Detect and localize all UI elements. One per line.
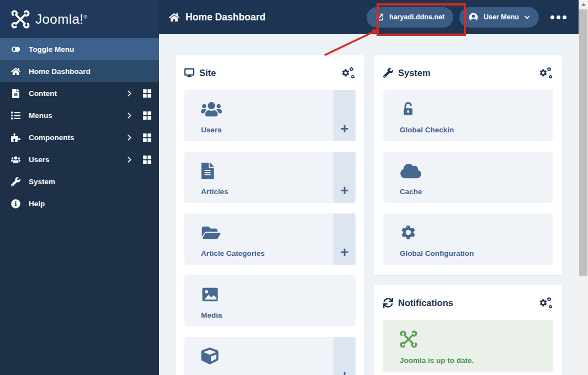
file-icon — [9, 89, 22, 98]
registered-mark: ® — [84, 14, 88, 20]
sidebar-item-system[interactable]: System — [0, 170, 159, 192]
topbar-actions: haryadi.ddns.net User Menu — [367, 7, 570, 28]
users-icon — [9, 155, 22, 164]
topbar: Home Dashboard haryadi.ddns.net User Men… — [159, 0, 579, 34]
sidebar-item-label: Help — [29, 200, 151, 208]
panel-title: Site — [199, 68, 341, 78]
sidebar-item-help[interactable]: Help — [0, 192, 159, 215]
add-users-button[interactable]: + — [333, 90, 356, 141]
grid-icon[interactable] — [143, 133, 151, 142]
grid-icon[interactable] — [143, 89, 151, 98]
quickicon-label: Articles — [201, 188, 333, 196]
vertical-scrollbar[interactable] — [579, 0, 588, 375]
quickicon-global-configuration[interactable]: Global Configuration — [383, 213, 553, 265]
sidebar: Joomla!® Toggle Menu Home Dashboard Cont… — [0, 0, 159, 375]
list-icon — [9, 111, 22, 120]
scrollbar-thumb[interactable] — [579, 9, 587, 276]
status-body: Joomla is up to date. — [383, 320, 553, 372]
page-title: Home Dashboard — [169, 12, 266, 23]
sidebar-item-users[interactable]: Users — [0, 148, 159, 170]
sidebar-item-label: Users — [29, 156, 126, 164]
system-panel: System Global Checkin Cache Global Confi… — [374, 55, 562, 275]
notifications-panel: Notifications Joomla is up to date. — [374, 285, 562, 375]
plus-icon: + — [341, 184, 349, 197]
ellipsis-icon[interactable] — [550, 15, 566, 19]
quickicon-cache[interactable]: Cache — [383, 152, 553, 203]
wrench-icon — [383, 68, 393, 78]
home-icon — [169, 12, 179, 23]
cogs-icon[interactable] — [539, 67, 553, 79]
panel-title: Notifications — [398, 298, 539, 308]
site-preview-link[interactable]: haryadi.ddns.net — [367, 7, 453, 28]
quickicon-label: Global Checkin — [400, 126, 553, 134]
puzzle-icon — [9, 133, 22, 142]
quickicon-label: Cache — [400, 188, 553, 196]
add-button[interactable]: + — [333, 337, 356, 375]
sidebar-item-components[interactable]: Components — [0, 126, 159, 148]
user-circle-icon — [468, 12, 479, 23]
panel-title: System — [398, 68, 539, 78]
quickicon-media[interactable]: Media — [184, 275, 356, 326]
joomla-update-status[interactable]: Joomla is up to date. — [383, 320, 553, 372]
sidebar-item-label: System — [29, 178, 151, 186]
chevron-right-icon — [126, 134, 133, 141]
sidebar-item-label: Content — [29, 89, 126, 98]
sidebar-item-label: Home Dashboard — [29, 67, 151, 76]
sidebar-item-label: Menus — [29, 111, 126, 120]
quickicon-articles[interactable]: Articles + — [184, 152, 356, 203]
chevron-right-icon — [126, 156, 133, 163]
notifications-panel-header: Notifications — [374, 285, 562, 320]
cube-icon — [201, 347, 333, 365]
home-icon — [9, 67, 22, 76]
quickicon-body: Articles — [184, 152, 333, 203]
joomla-wordmark: Joomla!® — [35, 12, 88, 27]
plus-icon: + — [341, 245, 349, 259]
quickicon-body: Users — [184, 90, 333, 141]
quickicon-label: Article Categories — [201, 249, 333, 258]
sync-icon — [383, 298, 393, 308]
sidebar-item-label: Toggle Menu — [29, 45, 151, 53]
external-link-icon — [375, 13, 384, 22]
monitor-icon — [184, 68, 194, 78]
quickicon-body: Global Checkin — [383, 90, 553, 141]
quickicon-body: Cache — [383, 152, 553, 203]
image-icon — [201, 286, 356, 303]
quickicon-users[interactable]: Users + — [184, 90, 356, 141]
joomla-icon — [400, 330, 553, 347]
plus-icon: + — [341, 369, 349, 375]
sidebar-item-content[interactable]: Content — [0, 82, 159, 104]
add-category-button[interactable]: + — [333, 213, 356, 265]
unlock-icon — [400, 100, 553, 117]
plus-icon: + — [341, 122, 349, 136]
sidebar-menu: Toggle Menu Home Dashboard Content Menus… — [0, 38, 159, 215]
quickicon-label: Users — [201, 126, 333, 134]
info-circle-icon — [9, 199, 22, 208]
user-menu-button[interactable]: User Menu — [459, 7, 539, 28]
add-article-button[interactable]: + — [333, 152, 356, 203]
quickicon-body: Article Categories — [184, 213, 333, 265]
users-icon — [201, 100, 333, 117]
quickicon-global-checkin[interactable]: Global Checkin — [383, 90, 553, 141]
joomla-icon — [11, 10, 30, 29]
sidebar-item-toggle-menu[interactable]: Toggle Menu — [0, 38, 159, 60]
folder-open-icon — [201, 224, 333, 241]
quickicon-article-categories[interactable]: Article Categories + — [184, 213, 356, 265]
cogs-icon[interactable] — [341, 67, 356, 79]
quickicon-label: Global Configuration — [400, 249, 553, 258]
scroll-up-button[interactable] — [579, 0, 588, 9]
cogs-icon[interactable] — [539, 297, 553, 309]
file-icon — [201, 162, 333, 179]
site-panel: Site Users + Articles + Article Categori… — [176, 55, 364, 375]
chevron-down-icon — [524, 14, 530, 20]
sidebar-item-home-dashboard[interactable]: Home Dashboard — [0, 60, 159, 82]
chevron-right-icon — [126, 90, 133, 97]
toggle-icon — [9, 45, 22, 54]
chevron-right-icon — [126, 112, 133, 119]
quickicon-modules[interactable]: + — [184, 337, 356, 375]
sidebar-item-menus[interactable]: Menus — [0, 104, 159, 126]
grid-icon[interactable] — [143, 111, 151, 120]
quickicon-body: Media — [184, 275, 356, 326]
cloud-icon — [400, 162, 553, 179]
grid-icon[interactable] — [143, 156, 151, 164]
quickicon-body — [184, 337, 333, 375]
